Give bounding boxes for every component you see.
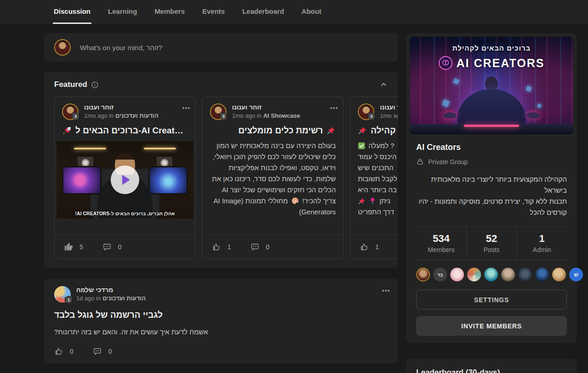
pushpin-icon bbox=[358, 126, 367, 135]
check-icon bbox=[358, 142, 365, 149]
member-avatar[interactable]: בד bbox=[433, 268, 447, 281]
post-author: זוהר וענונו bbox=[380, 103, 398, 111]
level-badge: 1 bbox=[65, 296, 73, 304]
post-title: לגביי הרשמה של גוגל בלבד bbox=[54, 310, 388, 320]
palette-icon bbox=[291, 197, 299, 205]
member-avatar[interactable] bbox=[518, 268, 532, 281]
member-avatar[interactable] bbox=[501, 268, 515, 281]
post-body: למעלה ? היכנס ל עמוד התכנים שיש לקבל תשו… bbox=[351, 140, 398, 218]
current-user-avatar bbox=[54, 39, 71, 56]
post-composer[interactable]: What's on your mind, זוהר? bbox=[44, 33, 398, 62]
post-body: אשמח לדעת איך עושים את זה. והאם יש בזה י… bbox=[54, 328, 388, 336]
composer-prompt: What's on your mind, זוהר? bbox=[80, 44, 162, 52]
post-title: ברוכים הבאים ל-AI Creat… bbox=[62, 126, 188, 136]
post-category[interactable]: הודעות ועדכונים bbox=[102, 295, 146, 302]
tab-learning[interactable]: Learning bbox=[107, 0, 138, 24]
member-avatar[interactable] bbox=[535, 268, 549, 281]
post-title: קהילה bbox=[358, 126, 398, 136]
post-author: מרדכי שלמה bbox=[76, 286, 379, 293]
member-avatar[interactable] bbox=[467, 268, 481, 281]
member-avatar[interactable] bbox=[450, 268, 464, 281]
info-icon[interactable] bbox=[91, 81, 99, 89]
level-badge: 3 bbox=[220, 112, 227, 121]
member-avatar[interactable]: ש bbox=[569, 268, 583, 281]
pushpin-icon bbox=[327, 126, 336, 135]
post-meta: 1mo ago in הודעות ועדכונים bbox=[84, 112, 179, 119]
group-info-card: ברוכים הבאים לקהילת AI CREATORS AI Creat… bbox=[406, 33, 577, 343]
featured-carousel: 3 זוהר וענונו 1mo ago in הודעות ועדכונים bbox=[54, 97, 398, 259]
post-author: זוהר וענונו bbox=[232, 103, 327, 111]
post-category[interactable]: הודעות ועדכונים bbox=[115, 112, 158, 119]
lock-icon bbox=[416, 158, 424, 166]
level-badge: 3 bbox=[72, 112, 79, 121]
rocket-icon bbox=[62, 126, 72, 136]
top-navigation: Discussion Learning Members Events Leade… bbox=[0, 0, 588, 24]
member-avatars-row: בד ש bbox=[416, 268, 567, 281]
group-banner-image: ברוכים הבאים לקהילת AI CREATORS bbox=[410, 37, 573, 134]
post-category[interactable]: AI Showcase bbox=[263, 112, 300, 119]
tab-events[interactable]: Events bbox=[201, 0, 226, 24]
group-privacy: Private Group bbox=[428, 158, 468, 166]
feed-post[interactable]: 1 מרדכי שלמה 1d ago in הודעות ועדכונים ל… bbox=[44, 279, 398, 363]
pushpin-icon bbox=[358, 197, 366, 205]
post-author: זוהר וענונו bbox=[84, 103, 179, 111]
member-avatar[interactable] bbox=[484, 268, 498, 281]
play-icon[interactable] bbox=[111, 166, 139, 194]
invite-members-button[interactable]: INVITE MEMBERS bbox=[416, 316, 567, 336]
tab-about[interactable]: About bbox=[300, 0, 322, 24]
featured-section: Featured 3 זוהר וענונו 1mo ago in הודעו bbox=[44, 72, 398, 268]
comment-icon[interactable] bbox=[250, 242, 260, 252]
stat-members[interactable]: 534 Members bbox=[416, 227, 466, 260]
banner-welcome-text: ברוכים הבאים לקהילת bbox=[410, 44, 573, 52]
featured-card-welcome[interactable]: 3 זוהר וענונו 1mo ago in הודעות ועדכונים bbox=[54, 97, 196, 259]
post-body: בעולם היצירה עם בינה מלאכותית יש המון כל… bbox=[210, 140, 336, 218]
group-description: הקהילה המקצועית ביותר ליוצרי בינה מלאכות… bbox=[416, 174, 567, 227]
leaderboard-title: Leaderboard (30-days) bbox=[416, 368, 567, 373]
like-count: 5 bbox=[79, 243, 83, 251]
avatar: 3 bbox=[210, 103, 226, 120]
settings-button[interactable]: SETTINGS bbox=[416, 290, 567, 310]
featured-card-tools[interactable]: 3 זוהר וענונו 1mo ago in AI Showcase רש bbox=[202, 97, 344, 259]
leaderboard-card: Leaderboard (30-days) bbox=[406, 359, 577, 373]
comment-icon[interactable] bbox=[93, 347, 102, 356]
tab-discussion[interactable]: Discussion bbox=[53, 0, 91, 24]
more-options-icon[interactable] bbox=[333, 107, 335, 109]
thumbs-up-icon[interactable] bbox=[54, 347, 63, 356]
thumbs-up-icon[interactable] bbox=[212, 242, 221, 252]
more-options-icon[interactable] bbox=[385, 290, 387, 292]
like-count: 1 bbox=[227, 243, 231, 251]
level-badge: 3 bbox=[368, 112, 375, 121]
tab-leaderboard[interactable]: Leaderboard bbox=[241, 0, 285, 24]
comment-count: 0 bbox=[108, 348, 112, 355]
member-avatar[interactable] bbox=[552, 268, 566, 281]
chevron-up-icon[interactable] bbox=[379, 80, 388, 89]
avatar: 1 bbox=[54, 286, 71, 303]
avatar: 3 bbox=[358, 103, 374, 120]
stat-admins[interactable]: 1 Admin bbox=[516, 227, 567, 260]
comment-icon[interactable] bbox=[102, 242, 112, 252]
banner-group-title: AI CREATORS bbox=[457, 57, 545, 70]
group-stats: 534 Members 52 Posts 1 Admin bbox=[416, 227, 567, 260]
comment-count: 0 bbox=[118, 243, 122, 251]
video-thumbnail[interactable]: אהלן חברים, ברוכים הבאים ל-AI CREATORS! bbox=[57, 141, 193, 218]
featured-title: Featured bbox=[54, 80, 87, 89]
stat-posts[interactable]: 52 Posts bbox=[466, 227, 517, 260]
group-name: AI Creators bbox=[416, 143, 567, 152]
avatar: 3 bbox=[62, 103, 79, 120]
like-count: 0 bbox=[70, 348, 74, 355]
post-meta: 1d ago in הודעות ועדכונים bbox=[76, 295, 379, 302]
more-options-icon[interactable] bbox=[185, 107, 187, 109]
post-meta: 1mo ago in bbox=[380, 112, 398, 119]
like-count: 1 bbox=[375, 243, 379, 251]
video-caption: אהלן חברים, ברוכים הבאים ל-AI CREATORS! bbox=[57, 211, 193, 216]
round-pushpin-icon bbox=[369, 197, 376, 205]
member-avatar[interactable] bbox=[416, 268, 430, 281]
brain-icon bbox=[439, 56, 452, 70]
post-title: רשימת כלים מומלצים bbox=[210, 126, 336, 136]
post-meta: 1mo ago in AI Showcase bbox=[232, 112, 327, 119]
thumbs-up-icon[interactable] bbox=[360, 242, 369, 252]
comment-count: 0 bbox=[266, 243, 270, 251]
thumbs-up-icon[interactable] bbox=[64, 242, 73, 252]
featured-card-community[interactable]: 3 זוהר וענונו 1mo ago in קהילה bbox=[350, 97, 398, 259]
tab-members[interactable]: Members bbox=[153, 0, 186, 24]
